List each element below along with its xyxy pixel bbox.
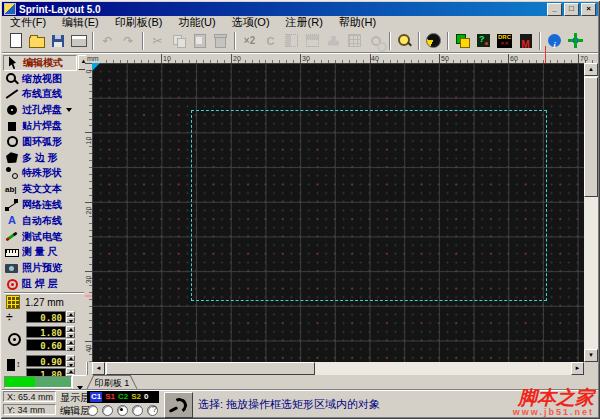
rotate-button[interactable]: C bbox=[260, 30, 281, 51]
trash-icon bbox=[215, 36, 226, 48]
tool-polygon[interactable]: 多 边 形 bbox=[3, 150, 77, 166]
toolbar-separator bbox=[447, 32, 449, 50]
tool-photo-preview[interactable]: 照片预览 bbox=[3, 260, 77, 276]
duplicate-button[interactable]: ×2 bbox=[239, 30, 260, 51]
tool-test-pen[interactable]: 测试电笔 bbox=[3, 229, 77, 245]
tool-autoroute[interactable]: A 自动布线 bbox=[3, 213, 77, 229]
layer-s2[interactable]: S2 bbox=[131, 392, 141, 402]
layer-c1[interactable]: C1 bbox=[90, 392, 102, 402]
progress-dropdown-button[interactable] bbox=[72, 375, 87, 390]
board-outline[interactable] bbox=[191, 110, 547, 301]
drc-button[interactable]: DRC bbox=[494, 30, 515, 51]
connections-button[interactable] bbox=[473, 30, 494, 51]
watermark-site-url: www.jb51.net bbox=[513, 408, 594, 417]
info-button[interactable]: i bbox=[544, 30, 565, 51]
menu-file[interactable]: 文件(F) bbox=[2, 15, 54, 30]
text-icon: ab| bbox=[5, 183, 19, 196]
tool-net-connection[interactable]: 网络连线 bbox=[3, 197, 77, 213]
layer-c2[interactable]: C2 bbox=[118, 392, 128, 402]
minimize-button[interactable]: _ bbox=[547, 3, 562, 16]
ruler-unit-label: mm bbox=[87, 54, 100, 63]
print-icon bbox=[71, 35, 87, 47]
ruler-tick-label: 30 bbox=[85, 273, 92, 287]
print-button[interactable] bbox=[68, 30, 89, 51]
tool-smd-pad[interactable]: 贴片焊盘 bbox=[3, 118, 77, 134]
menu-register[interactable]: 注册(R) bbox=[278, 15, 331, 30]
edit-layer-radio-2[interactable] bbox=[102, 405, 113, 416]
tool-list: 编辑模式 缩放视图 布线直线 过孔焊盘 贴片焊盘 圆环弧形 bbox=[3, 55, 77, 292]
close-button[interactable]: × bbox=[581, 3, 596, 16]
vertical-scroll-thumb[interactable] bbox=[584, 77, 598, 197]
toolbar-separator bbox=[389, 32, 391, 50]
grid-setting[interactable]: 1.27 mm bbox=[6, 295, 64, 309]
toolbar-separator bbox=[418, 32, 420, 50]
open-file-button[interactable] bbox=[26, 30, 47, 51]
menu-help[interactable]: 帮助(H) bbox=[331, 15, 384, 30]
group-button[interactable] bbox=[365, 30, 386, 51]
stamp-icon bbox=[328, 36, 339, 46]
menu-board[interactable]: 印刷板(B) bbox=[107, 15, 171, 30]
layer-s1[interactable]: S1 bbox=[105, 392, 115, 402]
smd-width-field[interactable]: 0.90 bbox=[26, 355, 66, 367]
app-icon bbox=[4, 3, 16, 15]
photo-view-button[interactable] bbox=[423, 30, 444, 51]
zoom-button[interactable] bbox=[394, 30, 415, 51]
save-button[interactable] bbox=[47, 30, 68, 51]
macro-button[interactable]: M bbox=[515, 30, 536, 51]
pcb-canvas[interactable] bbox=[92, 63, 584, 362]
pad-drill-field[interactable]: 0.60 bbox=[26, 339, 66, 351]
new-file-button[interactable] bbox=[5, 30, 26, 51]
horizontal-scroll-thumb[interactable] bbox=[106, 362, 315, 375]
layer-indicator-strip[interactable]: C1 S1 C2 S2 0 bbox=[87, 391, 159, 403]
layer-colors-button[interactable] bbox=[452, 30, 473, 51]
tool-solder-mask[interactable]: 阻 焊 层 bbox=[3, 276, 77, 292]
smd-width-spinner[interactable] bbox=[66, 355, 75, 367]
paste-button[interactable] bbox=[189, 30, 210, 51]
redo-button[interactable]: ↷ bbox=[118, 30, 139, 51]
mirror-horizontal-button[interactable] bbox=[281, 30, 302, 51]
delete-button[interactable] bbox=[210, 30, 231, 51]
scroll-left-arrow[interactable]: ◄ bbox=[92, 362, 105, 375]
cut-button[interactable]: ✂ bbox=[147, 30, 168, 51]
mirror-vertical-button[interactable] bbox=[302, 30, 323, 51]
track-width-spinner[interactable] bbox=[66, 311, 75, 323]
tool-special-shape[interactable]: 特殊形状 bbox=[3, 166, 77, 182]
horizontal-scrollbar[interactable]: ◄ ► bbox=[92, 362, 584, 375]
vertical-scrollbar[interactable]: ▲ ▼ bbox=[584, 63, 598, 362]
track-width-field[interactable]: 0.80 bbox=[26, 311, 66, 323]
copy-button[interactable] bbox=[168, 30, 189, 51]
photo-view-toggle-button[interactable] bbox=[164, 392, 193, 418]
circle-icon bbox=[5, 135, 19, 148]
scroll-right-arrow[interactable]: ► bbox=[571, 362, 584, 375]
autoroute-icon: A bbox=[5, 214, 19, 227]
board-tab[interactable]: 印刷板 1 bbox=[86, 375, 138, 390]
edit-layer-radio-1[interactable] bbox=[87, 405, 98, 416]
tool-edit-mode[interactable]: 编辑模式 bbox=[3, 55, 77, 71]
menu-edit[interactable]: 编辑(E) bbox=[54, 15, 107, 30]
progress-bar bbox=[4, 376, 72, 388]
tool-zoom-view[interactable]: 缩放视图 bbox=[3, 71, 77, 87]
tool-text[interactable]: ab| 英文文本 bbox=[3, 181, 77, 197]
scroll-down-arrow[interactable]: ▼ bbox=[584, 349, 598, 362]
tool-trace-line[interactable]: 布线直线 bbox=[3, 87, 77, 103]
pad-outer-spinner[interactable] bbox=[66, 326, 75, 338]
maximize-button[interactable]: □ bbox=[564, 3, 579, 16]
toolbar-separator bbox=[539, 32, 541, 50]
pad-drill-spinner[interactable] bbox=[66, 339, 75, 351]
tool-measure[interactable]: 测 量 尺 bbox=[3, 245, 77, 261]
test-pen-icon bbox=[5, 230, 19, 243]
tool-via-pad[interactable]: 过孔焊盘 bbox=[3, 102, 77, 118]
tool-circle-arc[interactable]: 圆环弧形 bbox=[3, 134, 77, 150]
layer-0[interactable]: 0 bbox=[144, 392, 148, 402]
edit-layer-radio-4[interactable] bbox=[132, 405, 143, 416]
block-button[interactable] bbox=[344, 30, 365, 51]
stamp-button[interactable] bbox=[323, 30, 344, 51]
menu-options[interactable]: 选项(O) bbox=[224, 15, 278, 30]
scroll-up-arrow[interactable]: ▲ bbox=[584, 63, 598, 76]
via-pad-dropdown-arrow[interactable] bbox=[66, 108, 72, 112]
menu-functions[interactable]: 功能(U) bbox=[170, 15, 223, 30]
undo-button[interactable]: ↶ bbox=[97, 30, 118, 51]
edit-layer-radio-3[interactable] bbox=[117, 405, 128, 416]
pad-outer-field[interactable]: 1.80 bbox=[26, 326, 66, 338]
crosshair-button[interactable] bbox=[565, 30, 586, 51]
